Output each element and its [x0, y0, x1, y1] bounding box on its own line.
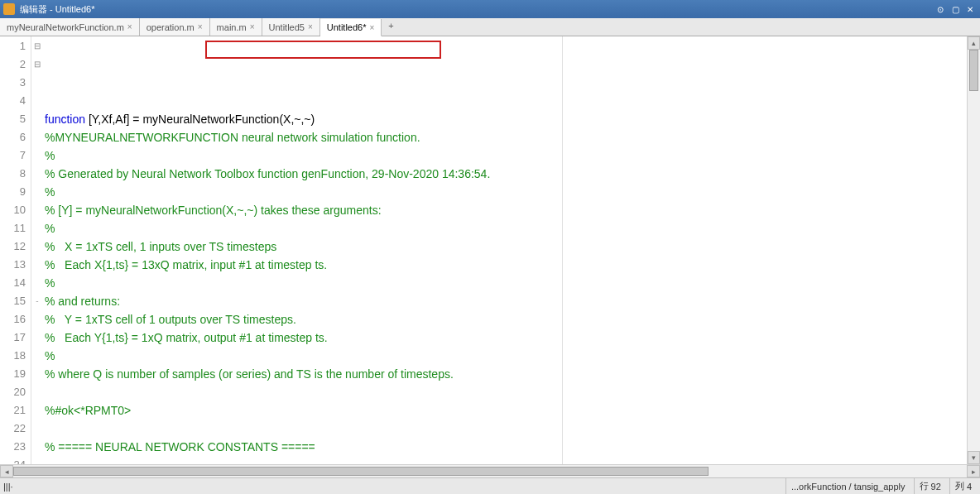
code-line[interactable]: %MYNEURALNETWORKFUNCTION neural network …	[45, 128, 967, 146]
scroll-thumb-v[interactable]	[969, 50, 978, 91]
line-number: 16	[0, 310, 26, 329]
fold-gutter: ⊟⊟-	[31, 36, 43, 464]
tab-close-icon[interactable]: ×	[250, 22, 255, 31]
code-line[interactable]: % [Y] = myNeuralNetworkFunction(X,~,~) t…	[45, 201, 967, 219]
fold-line	[31, 347, 43, 365]
line-number: 21	[0, 401, 26, 420]
line-number: 13	[0, 256, 26, 274]
fold-line	[31, 74, 43, 92]
close-window-button[interactable]: ✕	[963, 2, 977, 16]
fold-line: -	[31, 292, 43, 310]
code-line[interactable]: % Each X{1,ts} = 13xQ matrix, input #1 a…	[45, 256, 967, 274]
highlight-rectangle	[205, 41, 441, 59]
code-line[interactable]: % where Q is number of samples (or serie…	[45, 365, 967, 383]
fold-line	[31, 329, 43, 347]
file-tab[interactable]: operation.m×	[140, 18, 210, 36]
line-number: 14	[0, 274, 26, 292]
file-tab[interactable]: Untitled5×	[262, 18, 320, 36]
line-number: 1	[0, 37, 26, 55]
fold-toggle-icon[interactable]: ⊟	[31, 55, 43, 74]
col-number: 4	[967, 482, 972, 492]
window-title: 编辑器 - Untitled6*	[20, 3, 94, 16]
scroll-left-button[interactable]: ◂	[0, 465, 13, 477]
line-number: 8	[0, 165, 26, 183]
line-number: 92	[931, 482, 941, 492]
fold-line	[31, 237, 43, 256]
code-line[interactable]: %#ok<*RPMT0>	[45, 401, 967, 420]
line-number: 2	[0, 55, 26, 74]
fold-line	[31, 383, 43, 401]
code-line[interactable]	[45, 383, 967, 401]
tab-label: operation.m	[147, 22, 195, 32]
line-number: 19	[0, 365, 26, 383]
line-number: 3	[0, 74, 26, 92]
file-tab[interactable]: Untitled6*×	[320, 19, 382, 36]
fold-line	[31, 401, 43, 420]
fold-toggle-icon[interactable]: ⊟	[31, 37, 43, 55]
scroll-right-button[interactable]: ▸	[967, 465, 980, 477]
add-tab-button[interactable]: +	[382, 18, 400, 36]
code-line[interactable]: % and returns:	[45, 292, 967, 310]
line-number: 24	[0, 456, 26, 464]
code-line[interactable]: %	[45, 183, 967, 201]
tab-close-icon[interactable]: ×	[308, 22, 313, 31]
file-tab[interactable]: main.m×	[210, 18, 262, 36]
line-number: 15	[0, 292, 26, 310]
fold-line	[31, 310, 43, 329]
fold-line	[31, 201, 43, 219]
scroll-thumb-h[interactable]	[13, 467, 709, 476]
line-number: 11	[0, 219, 26, 237]
line-number: 6	[0, 128, 26, 146]
horizontal-scrollbar[interactable]: ◂ ▸	[0, 464, 980, 477]
tab-close-icon[interactable]: ×	[127, 22, 132, 31]
status-bar: |||· ...orkFunction / tansig_apply 行 92 …	[0, 477, 980, 494]
tab-label: myNeuralNetworkFunction.m	[7, 22, 124, 32]
line-number: 4	[0, 92, 26, 110]
tab-label: Untitled5	[269, 22, 305, 32]
maximize-button[interactable]: ▢	[949, 2, 962, 16]
status-line: 行 92	[914, 478, 946, 495]
fold-line	[31, 274, 43, 292]
fold-line	[31, 219, 43, 237]
fold-line	[31, 165, 43, 183]
fold-line	[31, 183, 43, 201]
dock-button[interactable]: ⊙	[934, 2, 947, 16]
scroll-down-button[interactable]: ▾	[968, 451, 980, 464]
fold-line	[31, 365, 43, 383]
status-path: ...orkFunction / tansig_apply	[785, 478, 910, 495]
line-number: 12	[0, 237, 26, 256]
line-number: 22	[0, 420, 26, 438]
code-editor[interactable]: function [Y,Xf,Af] = myNeuralNetworkFunc…	[43, 36, 967, 464]
status-column: 列 4	[949, 478, 977, 495]
vertical-scrollbar[interactable]: ▴ ▾	[967, 36, 980, 464]
code-line[interactable]	[45, 456, 967, 464]
tab-close-icon[interactable]: ×	[369, 23, 374, 32]
editor-icon	[3, 3, 15, 15]
fold-line	[31, 456, 43, 464]
code-line[interactable]: % X = 1xTS cell, 1 inputs over TS timest…	[45, 237, 967, 256]
tab-label: main.m	[217, 22, 247, 32]
line-gutter: 123456789101112131415161718192021222324	[0, 36, 31, 464]
status-mode-icon: |||·	[3, 482, 13, 492]
file-tab[interactable]: myNeuralNetworkFunction.m×	[0, 18, 140, 36]
fold-line	[31, 420, 43, 438]
fold-line	[31, 110, 43, 128]
code-line[interactable]: %	[45, 347, 967, 365]
code-line[interactable]: % Generated by Neural Network Toolbox fu…	[45, 165, 967, 183]
titlebar: 编辑器 - Untitled6* ⊙ ▢ ✕	[0, 0, 980, 18]
code-line[interactable]: %	[45, 219, 967, 237]
fold-line	[31, 438, 43, 456]
line-number: 10	[0, 201, 26, 219]
code-line[interactable]: % Y = 1xTS cell of 1 outputs over TS tim…	[45, 310, 967, 329]
line-number: 18	[0, 347, 26, 365]
code-line[interactable]: %	[45, 274, 967, 292]
code-line[interactable]: % Each Y{1,ts} = 1xQ matrix, output #1 a…	[45, 329, 967, 347]
scroll-up-button[interactable]: ▴	[968, 36, 980, 50]
code-line[interactable]	[45, 420, 967, 438]
code-line[interactable]: %	[45, 146, 967, 165]
editor-area: 123456789101112131415161718192021222324 …	[0, 36, 980, 464]
code-line[interactable]: % ===== NEURAL NETWORK CONSTANTS =====	[45, 438, 967, 456]
code-line[interactable]: function [Y,Xf,Af] = myNeuralNetworkFunc…	[45, 110, 967, 128]
tab-close-icon[interactable]: ×	[198, 22, 203, 31]
tab-bar: myNeuralNetworkFunction.m×operation.m×ma…	[0, 18, 980, 36]
